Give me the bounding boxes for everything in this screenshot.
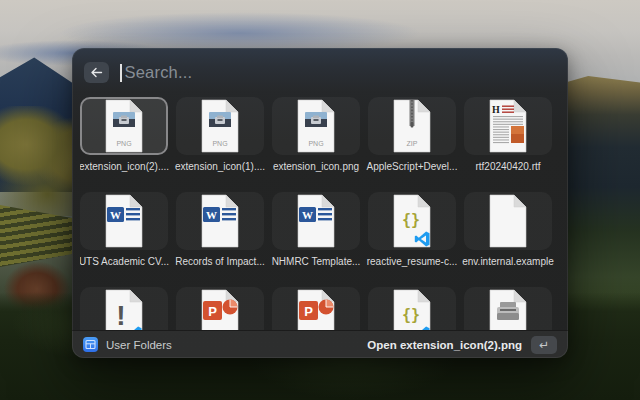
file-name: UTS Academic CV... xyxy=(80,256,172,267)
file-icon-word-document: W xyxy=(272,192,360,250)
file-tile[interactable]: PNGextension_icon(1).... xyxy=(176,97,264,175)
file-tile[interactable]: ZIPAppleScript+Devel... xyxy=(368,97,456,175)
svg-text:W: W xyxy=(302,209,313,221)
primary-action-label: Open extension_icon(2).png xyxy=(367,339,522,351)
file-icon-image-png: PNG xyxy=(80,97,168,155)
file-name: rtf20240420.rtf xyxy=(460,161,556,172)
file-icon-warning-document: ! xyxy=(80,287,168,330)
file-tile[interactable]: ! xyxy=(80,287,168,330)
file-tile[interactable]: P xyxy=(272,287,360,330)
file-tile[interactable]: WNHMRC Template... xyxy=(272,192,360,270)
svg-text:W: W xyxy=(110,209,121,221)
file-icon-powerpoint-document: P xyxy=(272,287,360,330)
file-icon-word-document: W xyxy=(176,192,264,250)
search-input[interactable]: Search... xyxy=(125,63,193,82)
file-tile[interactable]: PNGextension_icon.png xyxy=(272,97,360,175)
user-folders-icon xyxy=(83,337,98,352)
svg-text:W: W xyxy=(206,209,217,221)
text-cursor xyxy=(120,64,122,82)
file-name: env.internal.example xyxy=(460,256,556,267)
return-key-button[interactable]: ↵ xyxy=(531,336,557,354)
file-tile[interactable]: P xyxy=(176,287,264,330)
svg-text:H: H xyxy=(492,104,500,115)
svg-text:P: P xyxy=(208,304,217,319)
svg-text:ZIP: ZIP xyxy=(407,140,418,147)
file-icon-code-json: {} xyxy=(368,287,456,330)
file-tile[interactable]: env.internal.example xyxy=(464,192,552,270)
footer-source-label: User Folders xyxy=(106,339,172,351)
file-icon-zip-archive: ZIP xyxy=(368,97,456,155)
file-tile[interactable]: {} xyxy=(368,287,456,330)
file-grid: PNGextension_icon(2)....PNGextension_ico… xyxy=(80,97,560,330)
arrow-left-icon xyxy=(90,67,103,78)
svg-text:{}: {} xyxy=(402,306,420,324)
file-icon-image-png: PNG xyxy=(272,97,360,155)
file-search-window: Search... PNGextension_icon(2)....PNGext… xyxy=(72,48,568,358)
file-name: reactive_resume-c... xyxy=(364,256,460,267)
file-name: extension_icon(1).... xyxy=(172,161,268,172)
svg-text:PNG: PNG xyxy=(308,140,323,147)
file-icon-blank-document xyxy=(464,192,552,250)
file-tile[interactable]: WRecords of Impact... xyxy=(176,192,264,270)
footer-bar: User Folders Open extension_icon(2).png … xyxy=(72,330,568,358)
file-icon-image-png: PNG xyxy=(176,97,264,155)
file-tile[interactable]: {}reactive_resume-c... xyxy=(368,192,456,270)
back-button[interactable] xyxy=(84,62,109,83)
file-icon-powerpoint-document: P xyxy=(176,287,264,330)
file-icon-printer-document xyxy=(464,287,552,330)
search-bar[interactable]: Search... xyxy=(72,48,568,97)
file-icon-word-document: W xyxy=(80,192,168,250)
file-tile[interactable]: Hrtf20240420.rtf xyxy=(464,97,552,175)
file-name: Records of Impact... xyxy=(172,256,268,267)
footer-action: Open extension_icon(2).png ↵ xyxy=(367,336,557,354)
file-tile[interactable]: PNGextension_icon(2).... xyxy=(80,97,168,175)
file-name: NHMRC Template... xyxy=(268,256,364,267)
file-tile[interactable]: WUTS Academic CV... xyxy=(80,192,168,270)
svg-text:PNG: PNG xyxy=(212,140,227,147)
svg-text:{}: {} xyxy=(402,211,420,229)
file-tile[interactable] xyxy=(464,287,552,330)
footer-source: User Folders xyxy=(83,337,172,352)
file-icon-rtf-document: H xyxy=(464,97,552,155)
file-icon-code-json: {} xyxy=(368,192,456,250)
svg-text:!: ! xyxy=(116,300,125,330)
svg-text:PNG: PNG xyxy=(116,140,131,147)
file-name: extension_icon(2).... xyxy=(80,161,172,172)
file-name: extension_icon.png xyxy=(268,161,364,172)
file-name: AppleScript+Devel... xyxy=(364,161,460,172)
svg-text:P: P xyxy=(304,304,313,319)
screen: Search... PNGextension_icon(2)....PNGext… xyxy=(0,0,640,400)
